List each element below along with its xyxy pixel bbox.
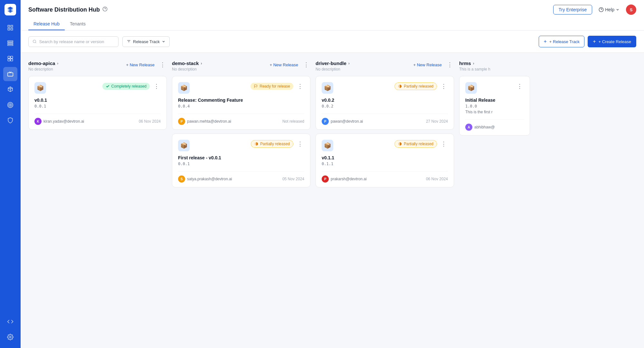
sidebar-item-cube[interactable]: [3, 82, 17, 97]
release-card-initial[interactable]: 📦 ⋮ Initial Release 1.0.0 This is the fi…: [459, 76, 530, 136]
card-footer-v002: P pawan@devtron.ai 27 Nov 2024: [322, 114, 448, 125]
card-top-v011: 📦 Partially released ⋮: [322, 140, 448, 151]
column-header-demo-apica: demo-apica › No description + New Releas…: [28, 61, 167, 71]
column-desc-driver-bundle: No description: [316, 67, 412, 71]
tab-release-hub[interactable]: Release Hub: [28, 18, 65, 30]
user-name-prakarsh: prakarsh@devtron.ai: [331, 177, 367, 181]
column-menu-demo-apica[interactable]: ⋮: [158, 61, 167, 69]
card-menu-first[interactable]: ⋮: [296, 140, 304, 148]
new-release-button-demo-apica[interactable]: + New Release: [125, 61, 156, 69]
sidebar-item-shield[interactable]: [3, 113, 17, 127]
toolbar-right: + + Release Track + + Create Release: [539, 36, 636, 47]
plus-icon: +: [544, 39, 546, 44]
search-wrap[interactable]: [28, 36, 118, 47]
svg-point-13: [10, 104, 11, 105]
release-box-icon: 📦: [34, 82, 46, 94]
card-top-commenting: 📦 Ready for release ⋮: [178, 82, 304, 94]
column-title-wrap-demo-apica: demo-apica › No description: [28, 61, 125, 71]
column-title-driver-bundle[interactable]: driver-bundle ›: [316, 61, 412, 66]
sidebar-item-apps[interactable]: [3, 36, 17, 50]
help-circle-icon[interactable]: [102, 6, 108, 13]
card-date-v001-apica: 06 Nov 2024: [139, 119, 161, 124]
main-content: Software Distribution Hub Try Enterprise…: [21, 0, 644, 348]
card-user-abhibhaw: A abhibhaw@: [465, 124, 495, 131]
svg-point-17: [33, 40, 36, 43]
tab-tenants[interactable]: Tenants: [65, 18, 91, 30]
release-card-v011[interactable]: 📦 Partially released ⋮: [316, 134, 454, 187]
card-menu-initial[interactable]: ⋮: [516, 82, 524, 90]
column-chevron-demo-apica: ›: [57, 61, 58, 66]
try-enterprise-button[interactable]: Try Enterprise: [553, 5, 592, 14]
card-name-commenting: Release: Commenting Feature: [178, 98, 304, 103]
release-card-v002[interactable]: 📦 Partially released ⋮: [316, 76, 454, 130]
column-title-demo-stack[interactable]: demo-stack ›: [172, 61, 268, 66]
user-avatar[interactable]: S: [626, 5, 636, 15]
sidebar-item-code[interactable]: [3, 315, 17, 329]
sidebar-item-grid[interactable]: [3, 21, 17, 35]
card-version-v002: 0.0.2: [322, 104, 448, 108]
status-badge-ready: Ready for release: [251, 83, 293, 90]
search-input[interactable]: [39, 39, 114, 44]
column-desc-demo-apica: No description: [28, 67, 125, 71]
card-user-satya: S satya.prakash@devtron.ai: [178, 175, 232, 183]
create-release-button[interactable]: + + Create Release: [588, 36, 636, 47]
sidebar-item-deploy[interactable]: [3, 52, 17, 66]
release-box-icon-v011: 📦: [322, 140, 333, 151]
release-card-first[interactable]: 📦 Partially released ⋮: [172, 134, 310, 187]
header: Software Distribution Hub Try Enterprise…: [21, 0, 644, 31]
card-version-commenting: 0.0.4: [178, 104, 304, 108]
help-button[interactable]: Help: [596, 5, 622, 14]
column-header-hrms: hrms › This is a sample h: [459, 61, 530, 71]
card-top-first: 📦 Partially released ⋮: [178, 140, 304, 151]
half-circle-icon-v002: [398, 84, 402, 88]
card-top-right-first: Partially released ⋮: [251, 140, 304, 148]
card-footer-commenting: P pawan.mehta@devtron.ai Not released: [178, 114, 304, 125]
column-demo-apica: demo-apica › No description + New Releas…: [28, 61, 167, 134]
svg-rect-2: [8, 28, 10, 30]
card-menu-commenting[interactable]: ⋮: [296, 82, 304, 90]
svg-point-12: [9, 103, 12, 107]
card-top-right: Completely released ⋮: [102, 82, 161, 90]
user-name-pawan-mehta: pawan.mehta@devtron.ai: [187, 119, 231, 124]
status-badge-partial-first: Partially released: [251, 140, 293, 148]
half-circle-icon-v011: [398, 142, 402, 146]
sidebar-item-settings[interactable]: [3, 330, 17, 344]
filter-release-track-button[interactable]: Release Track: [122, 36, 170, 47]
nav-tabs: Release Hub Tenants: [28, 18, 636, 30]
column-title-demo-apica[interactable]: demo-apica ›: [28, 61, 125, 66]
svg-rect-3: [11, 28, 13, 30]
status-badge-partial-v002: Partially released: [394, 82, 437, 90]
card-version-first: 0.0.1: [178, 162, 304, 166]
release-track-button[interactable]: + + Release Track: [539, 36, 584, 47]
column-name-demo-stack: demo-stack: [172, 61, 199, 66]
column-actions-driver-bundle: + New Release ⋮: [412, 61, 454, 69]
card-menu-v011[interactable]: ⋮: [440, 140, 448, 148]
svg-rect-9: [8, 59, 10, 61]
sidebar-logo[interactable]: [5, 4, 16, 15]
new-release-button-driver-bundle[interactable]: + New Release: [412, 61, 443, 69]
card-name-v011: v0.1.1: [322, 155, 448, 160]
column-header-driver-bundle: driver-bundle › No description + New Rel…: [316, 61, 454, 71]
column-menu-driver-bundle[interactable]: ⋮: [446, 61, 454, 69]
card-menu-v001-apica[interactable]: ⋮: [152, 82, 161, 90]
card-not-released: Not released: [282, 119, 304, 124]
release-card-commenting[interactable]: 📦 Ready for release ⋮ Release: Commenti: [172, 76, 310, 130]
release-card-v001-apica[interactable]: 📦 Completely released ⋮: [28, 76, 167, 130]
new-release-button-demo-stack[interactable]: + New Release: [268, 61, 299, 69]
column-chevron-hrms: ›: [473, 61, 474, 66]
card-date-v011: 06 Nov 2024: [426, 177, 448, 181]
card-top-right-initial: ⋮: [516, 82, 524, 90]
sidebar-item-target[interactable]: [3, 98, 17, 112]
card-user-pawan: P pawan@devtron.ai: [322, 118, 363, 125]
card-menu-v002[interactable]: ⋮: [440, 82, 448, 90]
column-title-hrms[interactable]: hrms ›: [459, 61, 530, 66]
card-top-v002: 📦 Partially released ⋮: [322, 82, 448, 94]
column-menu-demo-stack[interactable]: ⋮: [302, 61, 310, 69]
user-avatar-pawan-mehta: P: [178, 118, 185, 125]
card-footer-initial: A abhibhaw@: [465, 119, 524, 131]
app-title: Software Distribution Hub: [28, 6, 100, 13]
release-box-icon-first: 📦: [178, 140, 190, 151]
user-avatar-kiran: K: [34, 118, 42, 125]
sidebar-item-release[interactable]: [3, 67, 17, 81]
column-title-wrap-driver-bundle: driver-bundle › No description: [316, 61, 412, 71]
